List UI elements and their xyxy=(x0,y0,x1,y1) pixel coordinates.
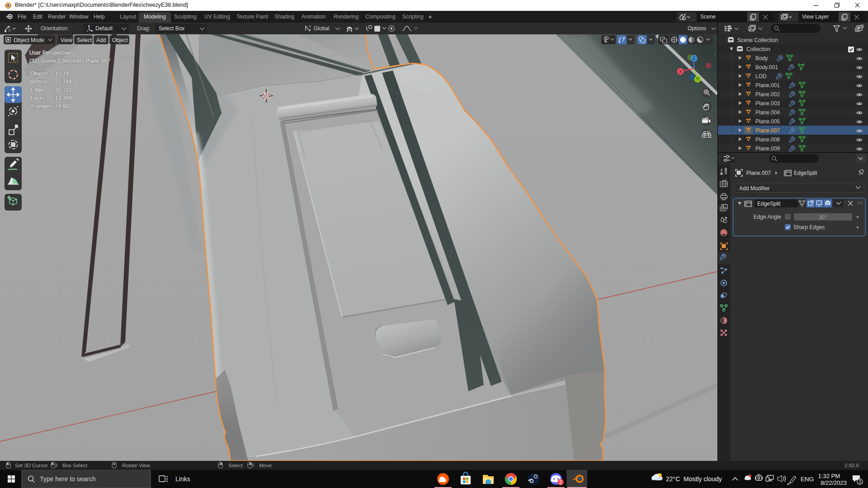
svg-text:Type here to search: Type here to search xyxy=(40,475,96,483)
svg-text:2.92.0: 2.92.0 xyxy=(844,463,859,468)
svg-text:Plane.005: Plane.005 xyxy=(755,118,780,125)
svg-text:Plane.003: Plane.003 xyxy=(755,100,780,107)
svg-text:Faces: Faces xyxy=(30,95,45,101)
svg-text:30°: 30° xyxy=(819,214,827,221)
svg-text:Move: Move xyxy=(259,463,272,468)
svg-text:Objects: Objects xyxy=(30,70,49,77)
svg-text:Plane.007: Plane.007 xyxy=(746,170,771,176)
svg-text:Links: Links xyxy=(175,475,190,483)
svg-text:LOD: LOD xyxy=(755,73,767,80)
svg-text:Rotate View: Rotate View xyxy=(122,463,150,468)
svg-text:8/22/2023: 8/22/2023 xyxy=(821,479,847,486)
svg-text:User Perspective: User Perspective xyxy=(29,50,71,56)
svg-text:35,110: 35,110 xyxy=(55,87,71,93)
svg-text:Mostly cloudy: Mostly cloudy xyxy=(684,475,722,483)
svg-text:Edges: Edges xyxy=(30,87,46,93)
svg-text:Set 3D Cursor: Set 3D Cursor xyxy=(15,463,48,468)
svg-text:Object: Object xyxy=(112,37,128,43)
svg-text:Add: Add xyxy=(96,37,106,43)
svg-text:3: 3 xyxy=(859,479,861,484)
svg-text:Select: Select xyxy=(77,37,92,43)
svg-text:2: 2 xyxy=(559,480,562,485)
svg-text:Box Select: Box Select xyxy=(62,463,88,468)
svg-text:EdgeSplit: EdgeSplit xyxy=(757,201,781,207)
svg-text:Scene Collection: Scene Collection xyxy=(737,37,778,43)
svg-text:(31) Scene Collection | Plane.: (31) Scene Collection | Plane.007 xyxy=(29,58,110,64)
svg-text:X: X xyxy=(679,69,682,74)
svg-text:Edge Angle: Edge Angle xyxy=(754,214,782,220)
svg-text:24,682: 24,682 xyxy=(55,103,72,109)
svg-text:View: View xyxy=(61,37,72,43)
svg-text:1:32 PM: 1:32 PM xyxy=(818,473,840,479)
svg-text:Plane.009: Plane.009 xyxy=(755,145,780,152)
svg-text:ENG: ENG xyxy=(801,476,814,483)
svg-text:13,389: 13,389 xyxy=(55,95,72,101)
svg-text:1 / 14: 1 / 14 xyxy=(55,70,69,77)
svg-text:22,744: 22,744 xyxy=(55,79,72,85)
svg-text:Plane.001: Plane.001 xyxy=(755,82,780,89)
svg-text:Plane.002: Plane.002 xyxy=(755,91,780,98)
svg-text:Add Modifier: Add Modifier xyxy=(739,185,769,192)
svg-text:Object Mode: Object Mode xyxy=(14,37,44,43)
svg-text:Plane.008: Plane.008 xyxy=(755,136,780,143)
svg-text:Y: Y xyxy=(696,77,699,82)
svg-text:Sharp Edges: Sharp Edges xyxy=(793,224,825,230)
svg-text:Collection: Collection xyxy=(746,46,770,52)
svg-text:EdgeSplit: EdgeSplit xyxy=(794,170,817,176)
svg-text:Plane.004: Plane.004 xyxy=(755,109,780,116)
svg-text:Z: Z xyxy=(693,56,695,61)
svg-text:Body: Body xyxy=(755,55,768,61)
svg-text:22°C: 22°C xyxy=(666,475,680,483)
svg-text:Triangles: Triangles xyxy=(30,103,52,109)
svg-text:Select: Select xyxy=(228,463,243,468)
svg-text:Plane.007: Plane.007 xyxy=(755,127,780,134)
svg-text:Body.001: Body.001 xyxy=(755,64,778,70)
svg-text:Vertices: Vertices xyxy=(30,79,50,85)
